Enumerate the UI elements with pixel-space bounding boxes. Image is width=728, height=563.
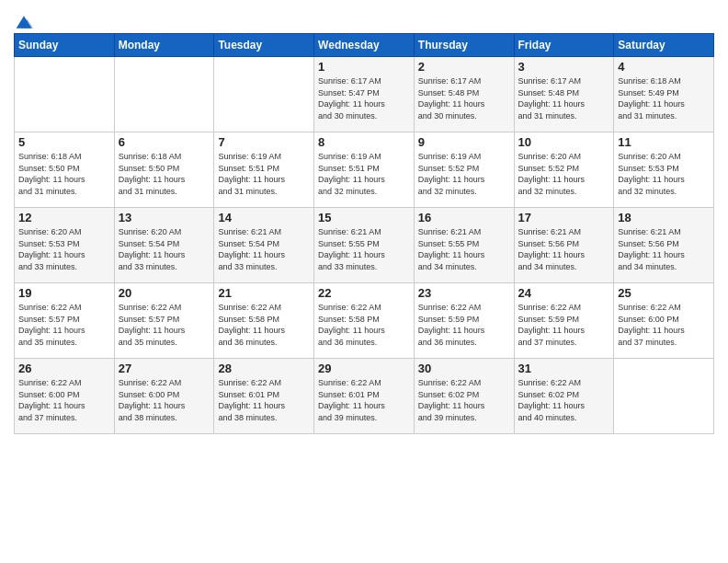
calendar-header: SundayMondayTuesdayWednesdayThursdayFrid… (15, 34, 714, 57)
header-cell-friday: Friday (514, 34, 614, 57)
day-cell: 29Sunrise: 6:22 AM Sunset: 6:01 PM Dayli… (314, 359, 415, 434)
day-number: 10 (518, 135, 610, 149)
day-info: Sunrise: 6:18 AM Sunset: 5:49 PM Dayligh… (618, 75, 710, 121)
week-row-3: 12Sunrise: 6:20 AM Sunset: 5:53 PM Dayli… (15, 208, 714, 283)
header-cell-thursday: Thursday (414, 34, 514, 57)
day-info: Sunrise: 6:22 AM Sunset: 6:00 PM Dayligh… (18, 377, 110, 423)
day-cell: 10Sunrise: 6:20 AM Sunset: 5:52 PM Dayli… (514, 132, 614, 208)
day-number: 11 (618, 135, 710, 149)
logo (14, 13, 33, 26)
day-info: Sunrise: 6:20 AM Sunset: 5:52 PM Dayligh… (518, 151, 610, 197)
day-number: 20 (119, 286, 210, 300)
week-row-1: 1Sunrise: 6:17 AM Sunset: 5:47 PM Daylig… (15, 57, 714, 132)
day-info: Sunrise: 6:22 AM Sunset: 6:02 PM Dayligh… (518, 377, 610, 423)
day-cell: 23Sunrise: 6:22 AM Sunset: 5:59 PM Dayli… (414, 283, 514, 359)
day-cell: 12Sunrise: 6:20 AM Sunset: 5:53 PM Dayli… (15, 208, 115, 283)
day-number: 4 (618, 60, 710, 74)
day-cell: 15Sunrise: 6:21 AM Sunset: 5:55 PM Dayli… (314, 208, 415, 283)
header-cell-monday: Monday (114, 34, 214, 57)
day-info: Sunrise: 6:18 AM Sunset: 5:50 PM Dayligh… (18, 151, 110, 197)
day-number: 18 (618, 211, 710, 224)
day-cell: 2Sunrise: 6:17 AM Sunset: 5:48 PM Daylig… (414, 57, 514, 132)
day-number: 30 (418, 362, 510, 375)
day-number: 5 (18, 135, 110, 149)
day-info: Sunrise: 6:22 AM Sunset: 5:58 PM Dayligh… (318, 302, 410, 348)
day-number: 27 (119, 362, 210, 375)
day-number: 6 (119, 135, 210, 149)
day-number: 15 (318, 211, 410, 224)
day-info: Sunrise: 6:20 AM Sunset: 5:54 PM Dayligh… (119, 226, 210, 272)
day-info: Sunrise: 6:17 AM Sunset: 5:47 PM Dayligh… (318, 75, 410, 121)
day-cell (614, 359, 714, 434)
week-row-2: 5Sunrise: 6:18 AM Sunset: 5:50 PM Daylig… (15, 132, 714, 208)
day-cell (214, 57, 314, 132)
day-cell: 4Sunrise: 6:18 AM Sunset: 5:49 PM Daylig… (614, 57, 714, 132)
day-info: Sunrise: 6:22 AM Sunset: 6:00 PM Dayligh… (119, 377, 210, 423)
day-number: 23 (418, 286, 510, 300)
day-number: 25 (618, 286, 710, 300)
day-number: 9 (418, 135, 510, 149)
week-row-4: 19Sunrise: 6:22 AM Sunset: 5:57 PM Dayli… (15, 283, 714, 359)
day-number: 22 (318, 286, 410, 300)
day-cell: 6Sunrise: 6:18 AM Sunset: 5:50 PM Daylig… (114, 132, 214, 208)
day-cell: 27Sunrise: 6:22 AM Sunset: 6:00 PM Dayli… (114, 359, 214, 434)
day-number: 17 (518, 211, 610, 224)
header (14, 9, 714, 26)
day-info: Sunrise: 6:22 AM Sunset: 5:58 PM Dayligh… (218, 302, 310, 348)
day-info: Sunrise: 6:19 AM Sunset: 5:51 PM Dayligh… (318, 151, 410, 197)
day-cell: 3Sunrise: 6:17 AM Sunset: 5:48 PM Daylig… (514, 57, 614, 132)
day-info: Sunrise: 6:21 AM Sunset: 5:54 PM Dayligh… (218, 226, 310, 272)
day-cell: 22Sunrise: 6:22 AM Sunset: 5:58 PM Dayli… (314, 283, 415, 359)
header-cell-wednesday: Wednesday (314, 34, 415, 57)
day-info: Sunrise: 6:22 AM Sunset: 6:01 PM Dayligh… (218, 377, 310, 423)
day-number: 13 (119, 211, 210, 224)
day-number: 16 (418, 211, 510, 224)
calendar-body: 1Sunrise: 6:17 AM Sunset: 5:47 PM Daylig… (15, 57, 714, 434)
day-cell: 25Sunrise: 6:22 AM Sunset: 6:00 PM Dayli… (614, 283, 714, 359)
day-cell: 24Sunrise: 6:22 AM Sunset: 5:59 PM Dayli… (514, 283, 614, 359)
day-info: Sunrise: 6:19 AM Sunset: 5:52 PM Dayligh… (418, 151, 510, 197)
day-cell: 5Sunrise: 6:18 AM Sunset: 5:50 PM Daylig… (15, 132, 115, 208)
day-cell: 8Sunrise: 6:19 AM Sunset: 5:51 PM Daylig… (314, 132, 415, 208)
day-cell (15, 57, 115, 132)
header-cell-saturday: Saturday (614, 34, 714, 57)
day-number: 31 (518, 362, 610, 375)
calendar-table: SundayMondayTuesdayWednesdayThursdayFrid… (14, 33, 714, 434)
day-number: 26 (18, 362, 110, 375)
day-cell (114, 57, 214, 132)
day-cell: 13Sunrise: 6:20 AM Sunset: 5:54 PM Dayli… (114, 208, 214, 283)
header-cell-tuesday: Tuesday (214, 34, 314, 57)
day-info: Sunrise: 6:17 AM Sunset: 5:48 PM Dayligh… (418, 75, 510, 121)
day-info: Sunrise: 6:20 AM Sunset: 5:53 PM Dayligh… (18, 226, 110, 272)
day-cell: 18Sunrise: 6:21 AM Sunset: 5:56 PM Dayli… (614, 208, 714, 283)
day-info: Sunrise: 6:22 AM Sunset: 6:00 PM Dayligh… (618, 302, 710, 348)
day-number: 21 (218, 286, 310, 300)
day-info: Sunrise: 6:20 AM Sunset: 5:53 PM Dayligh… (618, 151, 710, 197)
day-info: Sunrise: 6:21 AM Sunset: 5:56 PM Dayligh… (618, 226, 710, 272)
header-cell-sunday: Sunday (15, 34, 115, 57)
day-number: 1 (318, 60, 410, 74)
day-info: Sunrise: 6:17 AM Sunset: 5:48 PM Dayligh… (518, 75, 610, 121)
header-row: SundayMondayTuesdayWednesdayThursdayFrid… (15, 34, 714, 57)
day-number: 24 (518, 286, 610, 300)
day-number: 8 (318, 135, 410, 149)
day-cell: 28Sunrise: 6:22 AM Sunset: 6:01 PM Dayli… (214, 359, 314, 434)
day-cell: 20Sunrise: 6:22 AM Sunset: 5:57 PM Dayli… (114, 283, 214, 359)
day-number: 7 (218, 135, 310, 149)
day-cell: 16Sunrise: 6:21 AM Sunset: 5:55 PM Dayli… (414, 208, 514, 283)
day-cell: 17Sunrise: 6:21 AM Sunset: 5:56 PM Dayli… (514, 208, 614, 283)
day-cell: 11Sunrise: 6:20 AM Sunset: 5:53 PM Dayli… (614, 132, 714, 208)
day-number: 28 (218, 362, 310, 375)
day-info: Sunrise: 6:19 AM Sunset: 5:51 PM Dayligh… (218, 151, 310, 197)
day-info: Sunrise: 6:21 AM Sunset: 5:55 PM Dayligh… (318, 226, 410, 272)
day-number: 14 (218, 211, 310, 224)
page-container: SundayMondayTuesdayWednesdayThursdayFrid… (0, 0, 728, 443)
day-number: 2 (418, 60, 510, 74)
day-info: Sunrise: 6:22 AM Sunset: 5:57 PM Dayligh… (18, 302, 110, 348)
day-info: Sunrise: 6:21 AM Sunset: 5:55 PM Dayligh… (418, 226, 510, 272)
day-cell: 30Sunrise: 6:22 AM Sunset: 6:02 PM Dayli… (414, 359, 514, 434)
day-cell: 26Sunrise: 6:22 AM Sunset: 6:00 PM Dayli… (15, 359, 115, 434)
week-row-5: 26Sunrise: 6:22 AM Sunset: 6:00 PM Dayli… (15, 359, 714, 434)
day-cell: 31Sunrise: 6:22 AM Sunset: 6:02 PM Dayli… (514, 359, 614, 434)
day-cell: 7Sunrise: 6:19 AM Sunset: 5:51 PM Daylig… (214, 132, 314, 208)
